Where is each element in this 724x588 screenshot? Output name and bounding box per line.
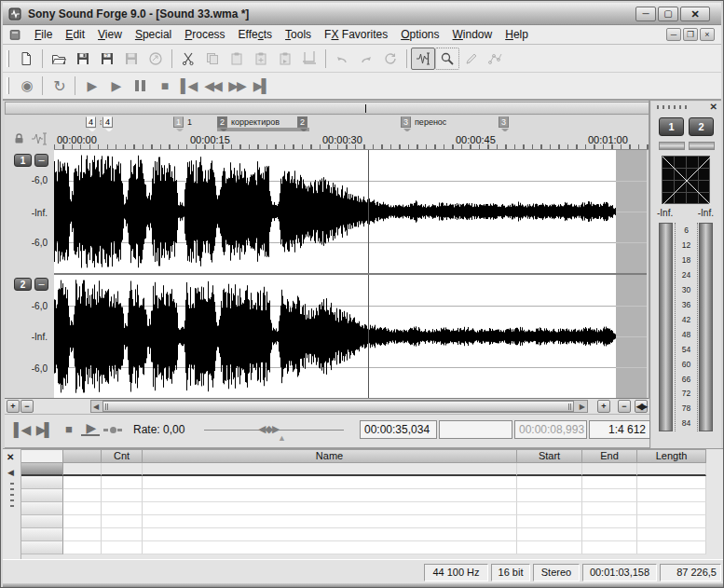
table-row[interactable] [21, 476, 723, 489]
maximize-button[interactable]: ▢ [658, 7, 678, 21]
selection-length-box[interactable]: 00:00:08,993 [514, 420, 587, 439]
overview-cursor[interactable] [365, 104, 366, 113]
paste-to-new-icon[interactable] [273, 48, 297, 70]
save-as-icon[interactable]: ? [95, 48, 119, 70]
time-ruler[interactable]: 00:00:0000:00:1500:00:3000:00:4500:01:00 [54, 131, 649, 150]
minimize-button[interactable]: ─ [635, 7, 656, 21]
rewind-icon[interactable]: ◀◀ [200, 75, 225, 96]
redo-icon[interactable] [354, 48, 378, 70]
scroll-left-icon[interactable]: ◀ [93, 403, 99, 411]
table-row[interactable] [21, 541, 723, 554]
go-to-start-icon[interactable]: ▌◀ [176, 75, 200, 96]
table-row[interactable] [21, 489, 723, 502]
region-2-start-tag[interactable]: 2 [217, 116, 227, 128]
meter-channel-2-button[interactable]: 2 [689, 117, 714, 136]
panel-header[interactable]: ✕ [651, 102, 721, 114]
title-bar[interactable]: Sony Sound Forge 9.0 - [Sound 33.wma *] … [3, 3, 721, 25]
channel-2-minimize-button[interactable]: – [34, 278, 48, 291]
paste-icon[interactable] [225, 48, 249, 70]
open-folder-icon[interactable] [47, 48, 71, 70]
table-row[interactable] [21, 502, 723, 515]
meter-channel-1-button[interactable]: 1 [659, 117, 684, 136]
menu-tools[interactable]: Tools [279, 26, 318, 43]
zoom-fit-button[interactable]: ◀▶ [635, 400, 648, 413]
toolbar-grip[interactable] [7, 77, 9, 94]
regions-collapse-icon[interactable]: ◀ [7, 468, 14, 477]
column-header-Start[interactable]: Start [517, 449, 582, 463]
trim-icon[interactable] [297, 48, 321, 70]
regions-grip-icon[interactable] [10, 483, 14, 511]
channel-1-tab[interactable]: 1 [14, 154, 32, 167]
panel-splitter[interactable] [649, 101, 650, 448]
table-row[interactable] [21, 515, 723, 528]
play-button[interactable]: ▶ [81, 421, 100, 436]
menu-file[interactable]: File [28, 26, 59, 43]
cursor-position-box[interactable]: 00:00:35,034 [360, 420, 437, 439]
menu-options[interactable]: Options [394, 26, 445, 43]
mdi-minimize-button[interactable]: ─ [666, 28, 681, 41]
region-4-start-tag[interactable]: 4 [86, 116, 96, 128]
overview-bar[interactable] [5, 102, 649, 115]
time-zoom-out-button[interactable]: − [618, 400, 631, 413]
region-4-end-tag[interactable]: 4 [102, 116, 113, 128]
column-header-Name[interactable]: Name [143, 449, 517, 463]
channel-1-minimize-button[interactable]: – [34, 154, 48, 167]
stop-button[interactable]: ■ [59, 421, 77, 438]
panel-close-icon[interactable]: ✕ [710, 102, 717, 112]
column-header-End[interactable]: End [582, 449, 637, 463]
column-header-blank[interactable] [63, 449, 102, 463]
go-to-end-icon[interactable]: ▶▌ [249, 75, 273, 96]
go-to-start-button[interactable]: ▌◀ [12, 421, 31, 438]
toolbar-grip[interactable] [7, 50, 9, 67]
waveform-channel-1[interactable] [54, 150, 647, 273]
loop-playback-icon[interactable]: ↻ [47, 75, 71, 96]
menu-window[interactable]: Window [446, 26, 499, 43]
horizontal-scrollbar[interactable]: ◀ ▶ [90, 400, 588, 413]
mdi-close-button[interactable]: × [700, 28, 715, 41]
forward-icon[interactable]: ▶▶ [225, 75, 249, 96]
table-row[interactable] [21, 463, 723, 476]
menu-view[interactable]: View [91, 26, 129, 43]
cut-icon[interactable] [176, 48, 200, 70]
marker-bar[interactable]: 4эс4112корректиров23перенос3 [54, 116, 649, 131]
scrollbar-thumb[interactable] [102, 401, 574, 412]
panel-grip-icon[interactable] [657, 105, 690, 109]
pause-icon[interactable] [128, 75, 152, 96]
play-all-icon[interactable]: ▶ [79, 75, 103, 96]
region-3-end-tag[interactable]: 3 [499, 116, 509, 128]
table-row[interactable] [21, 528, 723, 541]
record-icon[interactable]: ◉ [14, 75, 38, 96]
close-button[interactable]: ✕ [680, 7, 710, 21]
stop-icon[interactable]: ■ [152, 75, 176, 96]
scrub-control[interactable] [103, 427, 122, 433]
repeat-icon[interactable] [378, 48, 403, 70]
save-icon[interactable] [71, 48, 95, 70]
menu-help[interactable]: Help [499, 26, 535, 43]
scroll-right-icon[interactable]: ▶ [580, 403, 585, 411]
paste-special-icon[interactable] [249, 48, 273, 70]
menu-special[interactable]: Special [129, 26, 178, 43]
go-to-end-button[interactable]: ▶▌ [34, 421, 53, 438]
envelope-tool-icon[interactable] [484, 48, 508, 70]
selection-start-box[interactable] [439, 420, 512, 439]
save-all-icon[interactable] [119, 48, 143, 70]
new-file-icon[interactable] [14, 48, 38, 70]
waveform-channel-2[interactable] [54, 275, 647, 398]
menu-effects[interactable]: Effects [232, 26, 279, 43]
channel-2-tab[interactable]: 2 [14, 278, 32, 291]
column-header-Length[interactable]: Length [637, 449, 706, 463]
menu-process[interactable]: Process [178, 26, 231, 43]
regions-close-icon[interactable]: ✕ [7, 452, 14, 462]
zoom-ratio-box[interactable]: 1:4 612 [589, 420, 650, 439]
region-3-start-tag[interactable]: 3 [401, 116, 411, 128]
menu-edit[interactable]: Edit [59, 26, 91, 43]
vertical-zoom-out-button[interactable]: − [20, 400, 34, 413]
magnify-tool-icon[interactable] [435, 48, 459, 70]
menu-fx-favorites[interactable]: FX Favorites [318, 26, 394, 43]
vertical-zoom-in-button[interactable]: + [7, 400, 20, 413]
edit-tool-icon[interactable] [411, 48, 435, 70]
pencil-tool-icon[interactable] [459, 48, 484, 70]
publish-icon[interactable] [143, 48, 168, 70]
column-header-Cnt[interactable]: Cnt [102, 449, 143, 463]
time-zoom-in-button[interactable]: + [597, 400, 610, 413]
